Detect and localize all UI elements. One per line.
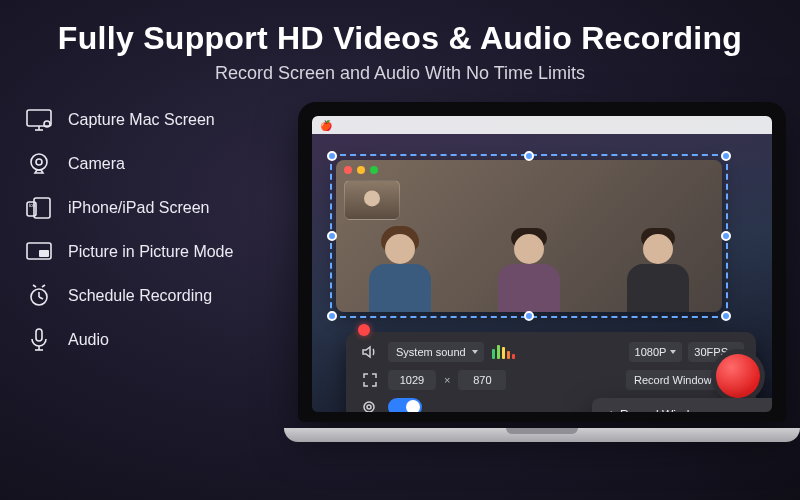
feature-label: Capture Mac Screen xyxy=(68,111,215,129)
svg-text:ios: ios xyxy=(29,202,36,208)
resize-handle[interactable] xyxy=(721,231,731,241)
audio-level-meter xyxy=(492,345,515,359)
resize-handle[interactable] xyxy=(524,151,534,161)
resize-handle[interactable] xyxy=(327,231,337,241)
dimension-separator: × xyxy=(444,374,450,386)
svg-rect-10 xyxy=(39,250,49,257)
feature-label: Audio xyxy=(68,331,109,349)
svg-point-5 xyxy=(36,159,42,165)
resize-handle[interactable] xyxy=(327,151,337,161)
feature-audio: Audio xyxy=(24,328,264,352)
microphone-icon xyxy=(24,328,54,352)
record-mode-menu: ✓ Record Window Record a specific window… xyxy=(592,398,772,412)
feature-label: iPhone/iPad Screen xyxy=(68,199,209,217)
laptop-base xyxy=(284,428,800,442)
apple-icon: 🍎 xyxy=(320,120,332,131)
record-button[interactable] xyxy=(716,354,760,398)
ios-device-icon: ios xyxy=(24,196,54,220)
svg-line-14 xyxy=(33,285,36,287)
webcam-icon xyxy=(24,152,54,176)
svg-line-13 xyxy=(39,297,43,299)
feature-label: Schedule Recording xyxy=(68,287,212,305)
svg-rect-16 xyxy=(36,329,42,341)
resize-handle[interactable] xyxy=(524,311,534,321)
picture-in-picture-icon xyxy=(24,240,54,264)
feature-schedule: Schedule Recording xyxy=(24,284,264,308)
clock-icon xyxy=(24,284,54,308)
speaker-icon xyxy=(360,345,380,359)
width-input[interactable]: 1029 xyxy=(388,370,436,390)
camera-toggle[interactable] xyxy=(388,398,422,412)
recording-indicator-icon xyxy=(358,324,370,336)
hero-title: Fully Support HD Videos & Audio Recordin… xyxy=(0,0,800,57)
resize-handle[interactable] xyxy=(721,311,731,321)
resize-handle[interactable] xyxy=(327,311,337,321)
feature-camera: Camera xyxy=(24,152,264,176)
mac-screen: 🍎 xyxy=(312,116,772,412)
check-icon: ✓ xyxy=(604,408,614,412)
fullscreen-icon xyxy=(360,373,380,387)
svg-point-20 xyxy=(367,405,371,409)
audio-source-dropdown[interactable]: System sound xyxy=(388,342,484,362)
svg-line-15 xyxy=(42,285,45,287)
menu-item-title: Record Window xyxy=(620,408,705,412)
feature-capture-screen: Capture Mac Screen xyxy=(24,108,264,132)
mac-menubar: 🍎 xyxy=(312,116,772,134)
hero-subtitle: Record Screen and Audio With No Time Lim… xyxy=(0,63,800,84)
height-input[interactable]: 870 xyxy=(458,370,506,390)
feature-label: Camera xyxy=(68,155,125,173)
feature-pip: Picture in Picture Mode xyxy=(24,240,264,264)
capture-area-selection[interactable] xyxy=(330,154,728,318)
feature-iphone-ipad: ios iPhone/iPad Screen xyxy=(24,196,264,220)
monitor-record-icon xyxy=(24,108,54,132)
menu-item-record-window[interactable]: ✓ Record Window Record a specific window… xyxy=(604,408,772,412)
laptop-mockup: 🍎 xyxy=(284,102,800,462)
feature-label: Picture in Picture Mode xyxy=(68,243,233,261)
svg-point-19 xyxy=(364,402,374,412)
resize-handle[interactable] xyxy=(721,151,731,161)
mac-desktop: System sound 1080P 30FPS xyxy=(312,134,772,412)
feature-list: Capture Mac Screen Camera ios iPhone/iPa… xyxy=(24,108,264,352)
svg-rect-0 xyxy=(27,110,51,126)
resolution-dropdown[interactable]: 1080P xyxy=(629,342,683,362)
camera-icon xyxy=(360,400,380,412)
svg-point-4 xyxy=(31,154,47,170)
